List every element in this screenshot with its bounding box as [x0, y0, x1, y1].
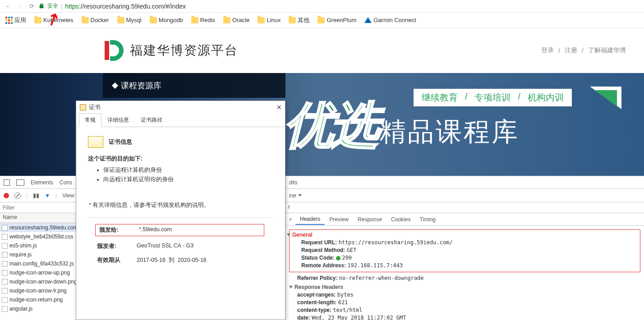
status-dot-icon	[336, 256, 340, 261]
right-side-cut: r	[285, 202, 644, 213]
folder-icon	[191, 17, 198, 23]
file-icon	[2, 270, 8, 276]
file-icon	[2, 225, 8, 231]
triangle-decoration	[590, 87, 621, 109]
tab-details[interactable]: 详细信息	[101, 114, 135, 127]
devtools-tabs-right: dits	[285, 176, 644, 189]
cert-info-title: 证书信息	[109, 138, 132, 146]
logo-icon	[103, 40, 124, 61]
file-icon	[2, 261, 8, 267]
clear-button[interactable]	[14, 192, 21, 199]
reload-button[interactable]: ⟳	[27, 2, 36, 11]
cert-body: 证书信息 这个证书的目的如下: 保证远程计算机的身份 向远程计算机证明你的身份 …	[76, 127, 285, 279]
network-toolbar-right: ine	[285, 189, 644, 202]
site-header: 福建华博资源平台 登录/ 注册/ 了解福建华博	[0, 28, 644, 73]
devtools-right: dits ine r × Headers Preview Response Co…	[285, 176, 644, 320]
file-icon	[2, 252, 8, 258]
view-label: View:	[62, 192, 75, 199]
tab-console[interactable]: Cons	[60, 179, 72, 186]
bookmark-bar: 应用 Kubernetes Docker Mysql Mongodb Redis…	[0, 13, 644, 28]
apps-icon	[5, 17, 13, 24]
offline-dropdown[interactable]: ine	[289, 192, 302, 199]
diamond-icon	[112, 82, 118, 88]
close-detail-button[interactable]: ×	[285, 216, 295, 223]
tab-general[interactable]: 常规	[79, 114, 101, 127]
file-icon	[2, 279, 8, 285]
file-icon	[2, 306, 8, 312]
bookmark-item[interactable]: Oracle	[223, 17, 249, 23]
tab-timing[interactable]: Timing	[415, 215, 440, 224]
headers-detail: General Request URL: https://resourcesha…	[285, 226, 644, 320]
tab-audits[interactable]: dits	[289, 179, 298, 186]
garmin-icon	[364, 17, 372, 23]
issuer-row: 颁发者: GeoTrust SSL CA - G3	[97, 242, 264, 250]
device-icon[interactable]	[16, 179, 24, 186]
folder-icon	[117, 17, 124, 23]
about-link[interactable]: 了解福建华博	[588, 46, 626, 55]
file-icon	[2, 288, 8, 294]
url-text[interactable]: https://resourcesharing.59iedu.com/#/ind…	[65, 3, 186, 10]
inspect-icon[interactable]	[4, 179, 10, 186]
record-button[interactable]	[4, 193, 9, 198]
banner-secondary-text: 精品课程库	[380, 114, 520, 150]
category-bar[interactable]: 课程资源库	[103, 73, 285, 98]
certificate-dialog: 证书 × 常规 详细信息 证书路径 证书信息 这个证书的目的如下: 保证远程计算…	[76, 101, 285, 320]
issued-to-row: 颁发给: *.59iedu.com	[95, 224, 264, 236]
back-button[interactable]: ←	[4, 2, 13, 11]
folder-icon	[150, 17, 157, 23]
site-logo[interactable]: 福建华博资源平台	[103, 40, 238, 61]
capture-icon[interactable]: ▮▮	[33, 192, 39, 199]
site-title: 福建华博资源平台	[130, 42, 238, 59]
bookmark-item[interactable]: Mysql	[117, 17, 142, 23]
tab-certpath[interactable]: 证书路径	[135, 114, 168, 127]
forward-button[interactable]: →	[15, 2, 24, 11]
login-link[interactable]: 登录	[541, 46, 554, 55]
tab-preview[interactable]: Preview	[325, 215, 353, 224]
bookmark-item[interactable]: Linux	[258, 17, 281, 23]
cert-note: * 有关详细信息，请参考证书颁发机构的说明。	[89, 201, 273, 209]
register-link[interactable]: 注册	[565, 46, 577, 55]
bookmark-item[interactable]: Mongodb	[150, 17, 183, 23]
lock-icon[interactable]: 🔒︎	[39, 3, 45, 9]
header-links: 登录/ 注册/ 了解福建华博	[541, 46, 626, 55]
banner-main-text: 优选	[284, 100, 376, 150]
bookmark-item[interactable]: GreenPlum	[317, 17, 356, 23]
folder-icon	[34, 17, 41, 23]
folder-icon	[82, 17, 89, 23]
folder-icon	[289, 17, 296, 23]
cert-purposes: 保证远程计算机的身份 向远程计算机证明你的身份	[103, 166, 273, 183]
cert-badge-icon	[88, 136, 103, 148]
bookmark-item[interactable]: Docker	[82, 17, 109, 23]
file-icon	[2, 234, 8, 240]
cert-tabs: 常规 详细信息 证书路径	[76, 114, 285, 127]
filter-icon[interactable]: ▼	[45, 192, 50, 199]
apps-button[interactable]: 应用	[5, 16, 26, 24]
cert-purpose-title: 这个证书的目的如下:	[88, 155, 273, 163]
tab-elements[interactable]: Elements	[31, 179, 53, 186]
bookmark-item[interactable]: Garmin Connect	[364, 17, 416, 23]
tab-headers[interactable]: Headers	[295, 214, 325, 225]
address-bar: ← → ⟳ 🔒︎ 安全 | https://resourcesharing.59…	[0, 0, 644, 13]
bookmark-item[interactable]: Redis	[191, 17, 215, 23]
tab-cookies[interactable]: Cookies	[386, 215, 415, 224]
request-detail-tabs: × Headers Preview Response Cookies Timin…	[285, 213, 644, 226]
file-icon	[2, 297, 8, 303]
validity-row: 有效期从 2017-05-16 到 2020-05-16	[97, 256, 264, 264]
secure-label: 安全	[47, 2, 58, 10]
cert-icon	[80, 104, 86, 110]
folder-icon	[317, 17, 325, 23]
bookmark-item[interactable]: 其他	[289, 16, 309, 24]
close-button[interactable]: ×	[276, 103, 281, 112]
general-section: General Request URL: https://resourcesha…	[289, 229, 640, 272]
bookmark-item[interactable]: Kubernetes	[34, 17, 74, 23]
folder-icon	[258, 17, 265, 23]
file-icon	[2, 243, 8, 249]
folder-icon	[223, 17, 230, 23]
tab-response[interactable]: Response	[353, 215, 386, 224]
response-headers-section[interactable]: Response Headers	[289, 284, 640, 290]
dialog-titlebar[interactable]: 证书 ×	[76, 101, 285, 114]
